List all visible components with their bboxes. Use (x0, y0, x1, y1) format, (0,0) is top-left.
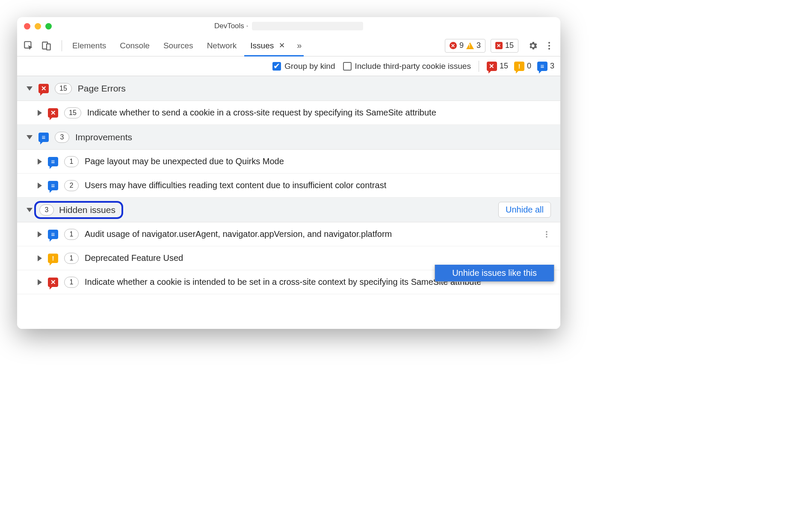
tab-issues[interactable]: Issues ✕ (244, 41, 291, 50)
device-toolbar-icon[interactable] (41, 40, 52, 51)
separator (62, 40, 62, 51)
group-improvements[interactable]: ≡ 3 Improvements (17, 125, 560, 150)
issue-count: 1 (64, 253, 79, 264)
status-info-count: 3 (550, 62, 554, 71)
status-errors[interactable]: ✕ 15 (487, 62, 508, 71)
issue-count: 15 (64, 107, 81, 118)
group-by-kind-label: Group by kind (284, 62, 335, 71)
tab-console[interactable]: Console (114, 41, 156, 50)
info-bubble-icon: ≡ (38, 133, 49, 142)
tab-issues-label: Issues (250, 41, 274, 50)
warning-icon (466, 42, 474, 49)
hidden-issues-highlight: 3 Hidden issues (34, 201, 123, 219)
chevron-down-icon (27, 208, 33, 212)
issues-badge-icon: ✕ (495, 42, 503, 49)
hidden-count: 3 (39, 204, 54, 216)
issue-count: 1 (64, 229, 79, 240)
issue-count: 2 (64, 180, 79, 191)
group-label: Page Errors (78, 83, 126, 94)
context-menu-item-unhide[interactable]: Unhide issues like this (452, 268, 537, 278)
issue-count: 1 (64, 277, 79, 288)
chevron-right-icon (38, 279, 42, 285)
info-bubble-icon: ≡ (48, 230, 58, 239)
issue-text: Indicate whether to send a cookie in a c… (87, 108, 551, 118)
more-options-icon[interactable] (544, 41, 554, 51)
include-third-party-checkbox[interactable]: Include third-party cookie issues (343, 62, 471, 71)
issue-more-icon[interactable] (542, 229, 551, 239)
info-bubble-icon: ≡ (48, 181, 58, 190)
issue-row[interactable]: ≡ 1 Audit usage of navigator.userAgent, … (17, 222, 560, 246)
error-bubble-icon: ✕ (38, 84, 49, 93)
window-title: DevTools · (17, 22, 560, 31)
status-errors-count: 15 (500, 62, 508, 71)
warning-bubble-icon: ! (514, 62, 524, 71)
chevron-right-icon (38, 231, 42, 237)
info-bubble-icon: ≡ (537, 62, 547, 71)
issue-text: Audit usage of navigator.userAgent, navi… (85, 229, 536, 239)
devtools-window: DevTools · Elements Console Sources Netw… (17, 17, 560, 329)
unhide-all-button[interactable]: Unhide all (498, 202, 551, 218)
tab-network[interactable]: Network (201, 41, 243, 50)
svg-point-7 (546, 233, 547, 235)
hidden-label: Hidden issues (59, 205, 115, 215)
chevron-right-icon (38, 159, 42, 165)
chevron-down-icon (27, 135, 33, 139)
error-bubble-icon: ✕ (487, 62, 497, 71)
checkbox-checked-icon: ✔ (272, 62, 281, 71)
group-hidden-issues[interactable]: 3 Hidden issues Unhide all (17, 198, 560, 222)
issue-row[interactable]: ✕ 15 Indicate whether to send a cookie i… (17, 101, 560, 125)
settings-icon[interactable] (528, 41, 538, 51)
status-counts: ✕ 15 ! 0 ≡ 3 (487, 62, 554, 71)
context-menu: Unhide issues like this (435, 265, 554, 282)
more-tabs-icon[interactable]: » (297, 41, 302, 50)
chevron-right-icon (38, 110, 42, 116)
issue-count: 1 (64, 156, 79, 167)
console-status-button[interactable]: ✕ 9 3 (445, 39, 485, 53)
tab-sources[interactable]: Sources (157, 41, 199, 50)
svg-point-5 (548, 48, 550, 50)
error-bubble-icon: ✕ (48, 108, 58, 118)
status-info[interactable]: ≡ 3 (537, 62, 554, 71)
inspect-element-icon[interactable] (23, 40, 34, 51)
group-label: Improvements (75, 132, 132, 142)
close-window-button[interactable] (24, 23, 30, 30)
issues-filterbar: ✔ Group by kind Include third-party cook… (17, 56, 560, 76)
issue-text: Deprecated Feature Used (85, 253, 551, 263)
issues-badge-button[interactable]: ✕ 15 (491, 39, 518, 53)
svg-point-3 (548, 42, 550, 44)
issues-badge-count: 15 (505, 41, 514, 50)
error-icon: ✕ (450, 42, 457, 49)
separator (479, 61, 479, 72)
issues-content: ✕ 15 Page Errors ✕ 15 Indicate whether t… (17, 76, 560, 329)
svg-rect-2 (47, 44, 50, 50)
warning-count: 3 (476, 41, 481, 50)
group-page-errors[interactable]: ✕ 15 Page Errors (17, 76, 560, 101)
status-warnings-count: 0 (527, 62, 531, 71)
group-by-kind-checkbox[interactable]: ✔ Group by kind (272, 62, 335, 71)
svg-point-6 (546, 231, 547, 232)
issue-row[interactable]: ≡ 2 Users may have difficulties reading … (17, 174, 560, 198)
svg-point-4 (548, 45, 550, 47)
devtools-tabbar: Elements Console Sources Network Issues … (17, 35, 560, 56)
group-count: 3 (55, 132, 69, 143)
minimize-window-button[interactable] (35, 23, 41, 30)
include-third-party-label: Include third-party cookie issues (355, 62, 471, 71)
chevron-down-icon (27, 86, 33, 91)
group-count: 15 (55, 83, 72, 94)
issue-text: Page layout may be unexpected due to Qui… (85, 157, 551, 166)
window-title-text: DevTools · (214, 22, 248, 30)
status-warnings[interactable]: ! 0 (514, 62, 531, 71)
close-tab-icon[interactable]: ✕ (279, 41, 285, 50)
issue-row[interactable]: ≡ 1 Page layout may be unexpected due to… (17, 150, 560, 174)
info-bubble-icon: ≡ (48, 157, 58, 166)
tab-elements[interactable]: Elements (66, 41, 112, 50)
error-bubble-icon: ✕ (48, 278, 58, 287)
tabbar-left (23, 40, 65, 51)
window-title-url-placeholder (252, 22, 363, 30)
fullscreen-window-button[interactable] (45, 23, 52, 30)
issue-text: Users may have difficulties reading text… (85, 180, 551, 190)
svg-point-8 (546, 236, 547, 237)
checkbox-unchecked-icon (343, 62, 352, 71)
window-controls (24, 23, 52, 30)
chevron-right-icon (38, 255, 42, 261)
